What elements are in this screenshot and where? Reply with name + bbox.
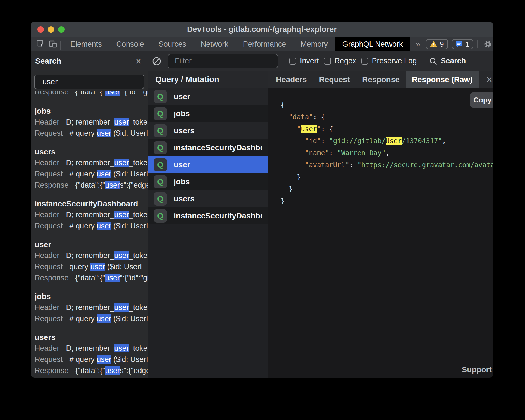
search-result-line[interactable]: Request# query user ($id: UserI: [35, 313, 148, 324]
device-toolbar-icon[interactable]: [47, 37, 59, 51]
message-count: 1: [466, 40, 469, 49]
search-match-highlight: user: [105, 366, 120, 375]
search-result-title[interactable]: user: [35, 239, 148, 250]
search-match-highlight: user: [97, 170, 111, 178]
devtools-tab-performance[interactable]: Performance: [236, 37, 293, 51]
toolbar-search-button[interactable]: Search: [429, 57, 466, 65]
response-tabs-strip: HeadersRequestResponseResponse (Raw): [270, 71, 479, 88]
query-list-item-users[interactable]: Qusers: [148, 122, 268, 139]
search-line-label: Request: [35, 261, 63, 272]
devtools-tab-graphql-network[interactable]: GraphQL Network: [335, 37, 410, 51]
search-result-line[interactable]: Request# query user ($id: UserI: [35, 220, 148, 232]
badge-divider: [477, 40, 478, 48]
search-match-highlight: user: [90, 262, 105, 271]
search-result-title[interactable]: jobs: [35, 291, 148, 302]
query-list-item-instancesecuritydashboard[interactable]: QinstanceSecurityDashboard: [148, 207, 268, 224]
query-badge-letter: Q: [157, 109, 163, 118]
filter-input[interactable]: [168, 54, 278, 68]
search-result-group: jobsHeaderD; remember_user_token=eReques…: [35, 291, 148, 324]
json-token: [281, 149, 305, 157]
search-result-line[interactable]: Request# query user ($id: UserI: [35, 354, 148, 365]
query-badge-letter: Q: [157, 126, 163, 135]
query-list-item-users[interactable]: Qusers: [148, 190, 268, 207]
search-result-line[interactable]: Response{"data":{"user":{"id":"gid: [35, 91, 148, 97]
inspect-element-icon[interactable]: [35, 37, 47, 51]
query-list-item-user[interactable]: Quser: [148, 88, 268, 105]
json-line: "name": "Warren Day",: [281, 147, 493, 159]
json-token: ": [317, 125, 321, 133]
json-token: }: [281, 197, 285, 205]
preserve-log-checkbox-box: [361, 58, 368, 65]
titlebar: DevTools - gitlab.com/-/graphql-explorer: [31, 22, 493, 37]
search-icon: [429, 57, 437, 65]
support-link[interactable]: Support: [462, 365, 492, 374]
search-result-line[interactable]: HeaderD; remember_user_token=e: [35, 209, 148, 220]
search-match-highlight: User: [386, 137, 402, 145]
search-match-highlight: user: [105, 91, 120, 96]
search-panel: Search × Response{"data":{"user":{"id":"…: [31, 51, 148, 378]
response-tab-response[interactable]: Response: [356, 71, 406, 88]
response-tab-response-raw[interactable]: Response (Raw): [406, 71, 479, 88]
search-result-line[interactable]: Response{"data":{"users":{"edges: [35, 180, 148, 191]
query-item-label: jobs: [174, 177, 190, 186]
search-result-title[interactable]: users: [35, 147, 148, 157]
search-result-line[interactable]: Response{"data":{"users":{"edges: [35, 365, 148, 376]
search-result-line[interactable]: Requestquery user ($id: UserI: [35, 261, 148, 272]
query-item-label: user: [174, 160, 190, 169]
search-line-label: Header: [35, 157, 59, 168]
search-line-value: # query user ($id: UserI: [70, 220, 148, 232]
search-result-line[interactable]: Request# query user ($id: UserI: [35, 168, 148, 180]
checkbox-regex[interactable]: Regex: [324, 57, 356, 65]
devtools-tab-network[interactable]: Network: [194, 37, 236, 51]
search-result-line[interactable]: HeaderD; remember_user_token=e: [35, 250, 148, 261]
search-line-value: # query user ($id: UserI: [70, 313, 148, 324]
search-result-line[interactable]: HeaderD; remember_user_token=e: [35, 302, 148, 313]
search-line-label: Request: [35, 128, 63, 139]
devtools-tab-console[interactable]: Console: [109, 37, 151, 51]
query-item-label: user: [174, 92, 190, 101]
clear-icon[interactable]: [152, 56, 161, 66]
query-list-item-instancesecuritydashboard[interactable]: QinstanceSecurityDashboard: [148, 139, 268, 156]
search-result-line[interactable]: HeaderD; remember_user_token=e: [35, 116, 148, 128]
copy-button[interactable]: Copy: [470, 92, 493, 108]
messages-badge[interactable]: 1: [452, 39, 473, 49]
more-tabs-chevron-icon[interactable]: »: [410, 37, 426, 51]
search-result-group: userHeaderD; remember_user_token=eReques…: [35, 239, 148, 283]
query-list-item-jobs[interactable]: Qjobs: [148, 105, 268, 122]
search-line-value: D; remember_user_token=e: [66, 343, 148, 354]
close-detail-icon[interactable]: ×: [479, 71, 493, 88]
devtools-tab-elements[interactable]: Elements: [63, 37, 109, 51]
response-tab-headers[interactable]: Headers: [270, 71, 313, 88]
search-result-title[interactable]: users: [35, 332, 148, 343]
devtools-tab-memory[interactable]: Memory: [293, 37, 335, 51]
search-line-value: D; remember_user_token=e: [66, 250, 148, 261]
search-result-line[interactable]: HeaderD; remember_user_token=e: [35, 157, 148, 168]
checkbox-preserve-log[interactable]: Preserve Log: [361, 57, 417, 65]
query-list-item-jobs[interactable]: Qjobs: [148, 173, 268, 190]
search-results-list[interactable]: Response{"data":{"user":{"id":"gidjobsHe…: [31, 89, 148, 378]
search-result-line[interactable]: HeaderD; remember_user_token=e: [35, 343, 148, 354]
search-result-line[interactable]: Request# query user ($id: UserI: [35, 128, 148, 139]
devtools-tab-sources[interactable]: Sources: [151, 37, 194, 51]
search-line-label: Request: [35, 168, 63, 180]
search-line-value: {"data":{"users":{"edges: [75, 180, 148, 191]
query-list: QuserQjobsQusersQinstanceSecurityDashboa…: [148, 88, 268, 224]
checkbox-invert[interactable]: Invert: [289, 57, 319, 65]
query-list-item-user[interactable]: Quser: [148, 156, 268, 173]
search-match-highlight: user: [105, 181, 120, 189]
query-type-icon: Q: [154, 209, 167, 223]
response-tab-request[interactable]: Request: [313, 71, 356, 88]
search-result-line[interactable]: Response{"data":{"user":{"id":"gi: [35, 272, 148, 283]
search-match-highlight: user: [301, 125, 317, 133]
json-line: }: [281, 171, 493, 183]
search-result-title[interactable]: instanceSecurityDashboard: [35, 199, 148, 209]
query-type-icon: Q: [154, 175, 167, 188]
settings-gear-icon[interactable]: [482, 37, 493, 51]
json-token: "https://secure.gravatar.com/avatar: [357, 161, 493, 169]
json-token: :: [349, 161, 357, 169]
warning-badge[interactable]: 9: [426, 39, 448, 49]
json-token: "data": [289, 113, 313, 121]
close-search-panel-icon[interactable]: ×: [135, 57, 142, 65]
search-result-title[interactable]: jobs: [35, 106, 148, 116]
search-input[interactable]: [34, 75, 144, 89]
